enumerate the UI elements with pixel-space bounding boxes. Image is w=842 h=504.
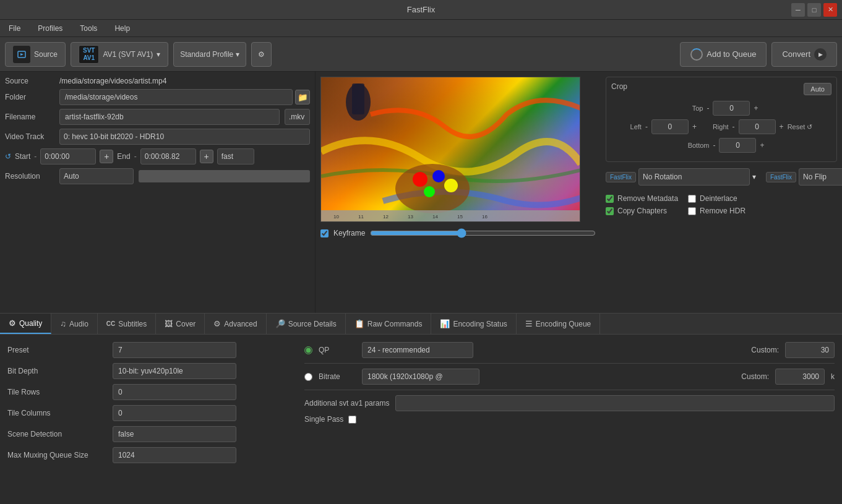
source-row: Source /media/storage/videos/artist.mp4 (5, 77, 310, 85)
tab-cover[interactable]: 🖼 Cover (156, 314, 205, 334)
encoding-status-tab-label: Encoding Status (453, 320, 507, 328)
crop-bottom-input[interactable] (719, 138, 756, 153)
tile-rows-select[interactable]: 0 1234 (113, 384, 236, 400)
deinterlace-checkbox[interactable] (688, 195, 696, 203)
tab-advanced[interactable]: ⚙ Advanced (205, 314, 266, 334)
folder-label: Folder (5, 93, 54, 101)
crop-top-input[interactable] (713, 101, 750, 116)
tab-raw-commands[interactable]: 📋 Raw Commands (346, 314, 432, 334)
custom-qp-input[interactable] (785, 342, 835, 358)
remove-hdr-checkbox[interactable] (688, 207, 696, 215)
custom-bitrate-input[interactable] (775, 369, 825, 385)
max-mux-select[interactable]: 1024 51220484096 (113, 447, 236, 463)
tab-quality[interactable]: ⚙ Quality (0, 314, 51, 334)
menu-help[interactable]: Help (111, 23, 134, 34)
preset-select[interactable]: 7 123 456 8910 (113, 342, 236, 358)
encoder-button[interactable]: SVT AV1 AV1 (SVT AV1) ▾ (71, 42, 168, 67)
settings-button[interactable]: ⚙ (251, 42, 272, 67)
quality-tab-content: Preset 7 123 456 8910 Bit Depth 10-bit: … (0, 335, 842, 504)
source-button[interactable]: Source (5, 42, 66, 67)
menu-bar: File Profiles Tools Help (0, 20, 842, 37)
bit-depth-select[interactable]: 10-bit: yuv420p10le 8-bit: yuv420p (113, 363, 236, 379)
menu-file[interactable]: File (5, 23, 24, 34)
add-to-queue-button[interactable]: Add to Queue (680, 42, 767, 67)
tab-audio[interactable]: ♫ Audio (51, 314, 97, 334)
extension-select[interactable]: .mkv .mp4 (285, 109, 310, 125)
profile-label: Standard Profile (180, 50, 233, 59)
maximize-button[interactable]: □ (807, 3, 821, 17)
svg-point-5 (432, 170, 445, 182)
crop-right-input[interactable] (739, 119, 776, 134)
source-details-tab-label: Source Details (288, 320, 337, 328)
fastflix-flip-logo: FastFlix (766, 172, 796, 182)
crop-reset-button[interactable]: Reset ↺ (788, 123, 813, 131)
tab-source-details[interactable]: 🔎 Source Details (267, 314, 346, 334)
right-panel: Crop Auto Top - + Left - + Right (601, 72, 842, 313)
convert-button[interactable]: Convert ▶ (771, 42, 837, 67)
rotation-select[interactable]: No Rotation 90° 180° 270° (638, 168, 750, 186)
filename-input[interactable] (59, 109, 280, 125)
source-label: Source (34, 50, 58, 59)
end-plus-button[interactable]: + (200, 150, 213, 163)
k-label: k (831, 372, 835, 381)
svg-text:11: 11 (358, 214, 364, 220)
remove-metadata-checkbox[interactable] (606, 195, 614, 203)
minimize-button[interactable]: ─ (791, 3, 805, 17)
remove-hdr-label: Remove HDR (700, 207, 745, 215)
time-row: ↺ Start - + End - + fast exact (5, 148, 310, 164)
start-time-input[interactable] (40, 148, 96, 164)
copy-chapters-checkbox[interactable] (606, 207, 614, 215)
svg-text:10: 10 (333, 214, 339, 220)
crop-auto-button[interactable]: Auto (804, 83, 831, 95)
menu-profiles[interactable]: Profiles (34, 23, 66, 34)
tile-rows-row: Tile Rows 0 1234 (7, 384, 292, 400)
keyframe-slider[interactable] (370, 228, 596, 238)
tile-cols-label: Tile Columns (7, 409, 106, 417)
bitrate-radio[interactable] (304, 373, 312, 381)
menu-tools[interactable]: Tools (76, 23, 101, 34)
keyframe-checkbox[interactable] (320, 229, 329, 237)
start-plus-button[interactable]: + (100, 150, 113, 163)
qp-radio[interactable] (304, 346, 312, 354)
scene-det-label: Scene Detection (7, 430, 106, 438)
bottom-panel: ⚙ Quality ♫ Audio CC Subtitles 🖼 Cover ⚙… (0, 313, 842, 504)
svt-logo: SVT AV1 (79, 45, 99, 64)
single-pass-row: Single Pass (304, 415, 835, 424)
time-mode-select[interactable]: fast exact (217, 148, 254, 164)
resolution-select[interactable]: Auto 1920x1080 1280x720 (59, 168, 134, 184)
close-button[interactable]: ✕ (823, 3, 837, 17)
bitrate-select[interactable]: 1800k (1920x1080p @ 2500k4000k6000k (362, 369, 479, 385)
encoder-dropdown-icon: ▾ (157, 50, 160, 59)
scene-det-select[interactable]: false true (113, 426, 236, 442)
crop-top-row: Top - + (611, 101, 831, 116)
source-panel: Source /media/storage/videos/artist.mp4 … (0, 72, 316, 313)
cover-tab-label: Cover (176, 320, 195, 328)
quality-tab-label: Quality (19, 319, 42, 328)
end-dash: - (134, 152, 137, 161)
tile-cols-select[interactable]: 0 1234 (113, 405, 236, 421)
tab-encoding-queue[interactable]: ☰ Encoding Queue (517, 314, 600, 334)
video-track-select[interactable]: 0: hevc 10-bit bt2020 - HDR10 (59, 129, 310, 145)
flip-select[interactable]: No Flip Horizontal Vertical (799, 168, 842, 186)
raw-commands-tab-label: Raw Commands (367, 320, 423, 328)
tab-encoding-status[interactable]: 📊 Encoding Status (431, 314, 516, 334)
tab-subtitles[interactable]: CC Subtitles (98, 314, 156, 334)
additional-params-input[interactable] (395, 395, 835, 411)
folder-input-row: 📁 (59, 89, 310, 105)
end-time-input[interactable] (140, 148, 196, 164)
bit-depth-row: Bit Depth 10-bit: yuv420p10le 8-bit: yuv… (7, 363, 292, 379)
copy-chapters-label: Copy Chapters (617, 207, 667, 215)
folder-input[interactable] (59, 89, 293, 105)
folder-browse-button[interactable]: 📁 (295, 90, 310, 105)
qp-select[interactable]: 24 - recommended 18202832 (362, 342, 473, 358)
custom-bitrate-label: Custom: (741, 372, 769, 381)
source-icon (13, 46, 30, 63)
painting-image: 10 11 12 13 14 15 16 (321, 77, 580, 221)
profile-button[interactable]: Standard Profile ▾ (173, 42, 246, 67)
single-pass-checkbox[interactable] (348, 416, 356, 424)
crop-left-input[interactable] (651, 119, 689, 134)
toolbar: Source SVT AV1 AV1 (SVT AV1) ▾ Standard … (0, 37, 842, 72)
crop-right-label: Right (713, 123, 729, 130)
title-bar: FastFlix ─ □ ✕ (0, 0, 842, 20)
audio-tab-label: Audio (69, 320, 88, 328)
